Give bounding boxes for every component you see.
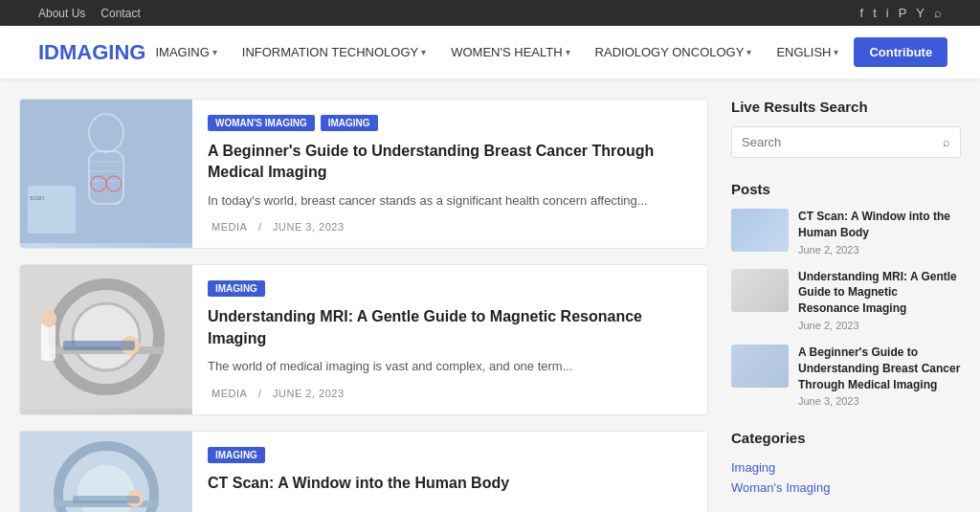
- posts-section: Posts CT Scan: A Window into the Human B…: [731, 181, 961, 407]
- article-excerpt: In today's world, breast cancer stands a…: [208, 191, 692, 211]
- svg-point-17: [41, 310, 56, 327]
- youtube-icon[interactable]: Y: [916, 6, 924, 20]
- article-date: JUNE 3, 2023: [273, 221, 344, 233]
- post-date: June 2, 2023: [798, 320, 961, 331]
- article-thumbnail: [20, 265, 192, 413]
- svg-rect-15: [63, 341, 135, 350]
- main-nav: IMAGING ▾ INFORMATION TECHNOLOGY ▾ WOMEN…: [145, 37, 947, 67]
- tag-imaging[interactable]: IMAGING: [208, 447, 265, 463]
- post-item: CT Scan: A Window into the Human Body Ju…: [731, 209, 961, 256]
- nav-imaging[interactable]: IMAGING ▾: [145, 39, 226, 65]
- nav-english[interactable]: ENGLISH ▾: [767, 39, 848, 65]
- category-item[interactable]: Woman's Imaging: [731, 478, 961, 498]
- tag-imaging[interactable]: IMAGING: [321, 115, 378, 131]
- article-card: IMAGING Understanding MRI: A Gentle Guid…: [19, 264, 708, 414]
- ct-illustration: [20, 432, 192, 512]
- posts-title: Posts: [731, 181, 961, 197]
- top-bar-links: About Us Contact: [38, 7, 141, 20]
- contact-link[interactable]: Contact: [100, 7, 140, 20]
- article-title[interactable]: CT Scan: A Window into the Human Body: [208, 473, 692, 494]
- chevron-down-icon: ▾: [746, 47, 751, 57]
- sidebar: Live Results Search ⌕ Posts CT Scan: A W…: [731, 99, 961, 512]
- search-input[interactable]: [732, 127, 933, 157]
- twitter-icon[interactable]: t: [873, 6, 877, 20]
- logo-suffix: MAGING: [59, 40, 145, 64]
- post-date: June 3, 2023: [798, 395, 961, 407]
- categories-list: Imaging Woman's Imaging: [731, 457, 961, 498]
- search-button[interactable]: ⌕: [933, 127, 960, 157]
- post-title[interactable]: Understanding MRI: A Gentle Guide to Mag…: [798, 269, 961, 317]
- tag-row: IMAGING: [208, 447, 692, 463]
- meta-separator: /: [258, 388, 265, 399]
- post-item: Understanding MRI: A Gentle Guide to Mag…: [731, 269, 961, 331]
- svg-text:scan: scan: [30, 194, 44, 201]
- article-author: MEDIA: [212, 388, 247, 399]
- pinterest-icon[interactable]: P: [899, 6, 907, 20]
- post-item: A Beginner's Guide to Understanding Brea…: [731, 345, 961, 407]
- post-info: Understanding MRI: A Gentle Guide to Mag…: [798, 269, 961, 331]
- nav-womens-health[interactable]: WOMEN'S HEALTH ▾: [441, 39, 579, 65]
- contribute-button[interactable]: Contribute: [854, 37, 947, 67]
- svg-rect-16: [41, 323, 56, 361]
- article-excerpt: The world of medical imaging is vast and…: [208, 357, 692, 376]
- tag-row: IMAGING: [208, 280, 692, 297]
- post-title[interactable]: CT Scan: A Window into the Human Body: [798, 209, 961, 241]
- post-thumbnail: [731, 345, 789, 388]
- article-author: MEDIA: [212, 221, 247, 233]
- chevron-down-icon: ▾: [212, 47, 217, 57]
- category-item[interactable]: Imaging: [731, 457, 961, 478]
- facebook-icon[interactable]: f: [860, 6, 864, 20]
- mri-illustration: [20, 265, 192, 409]
- article-meta: MEDIA / JUNE 2, 2023: [208, 388, 692, 399]
- article-title[interactable]: Understanding MRI: A Gentle Guide to Mag…: [208, 306, 692, 349]
- instagram-icon[interactable]: i: [886, 6, 889, 20]
- tag-row: WOMAN'S IMAGING IMAGING: [208, 115, 692, 131]
- svg-rect-23: [73, 496, 140, 503]
- chevron-down-icon: ▾: [566, 47, 570, 57]
- article-card: IMAGING CT Scan: A Window into the Human…: [19, 431, 708, 512]
- top-bar-socials: f t i P Y ⌕: [860, 6, 942, 20]
- post-date: June 2, 2023: [798, 244, 961, 256]
- main-layout: scan WOMAN'S IMAGING IMAGING A Beginner'…: [0, 79, 980, 512]
- article-list: scan WOMAN'S IMAGING IMAGING A Beginner'…: [19, 99, 708, 512]
- article-body: IMAGING Understanding MRI: A Gentle Guid…: [192, 265, 707, 413]
- post-info: A Beginner's Guide to Understanding Brea…: [798, 345, 961, 407]
- live-search-section: Live Results Search ⌕: [731, 99, 961, 158]
- tag-womans-imaging[interactable]: WOMAN'S IMAGING: [208, 115, 315, 131]
- header: IDMAGING IMAGING ▾ INFORMATION TECHNOLOG…: [0, 26, 980, 79]
- post-thumbnail: [731, 209, 789, 252]
- categories-title: Categories: [731, 430, 961, 446]
- logo[interactable]: IDMAGING: [38, 40, 145, 65]
- top-bar: About Us Contact f t i P Y ⌕: [0, 0, 980, 26]
- post-title[interactable]: A Beginner's Guide to Understanding Brea…: [798, 345, 961, 392]
- tag-imaging[interactable]: IMAGING: [208, 280, 265, 297]
- article-meta: MEDIA / JUNE 3, 2023: [208, 221, 692, 233]
- live-search-title: Live Results Search: [731, 99, 961, 115]
- search-box: ⌕: [731, 126, 961, 158]
- article-body: WOMAN'S IMAGING IMAGING A Beginner's Gui…: [192, 100, 707, 248]
- chevron-down-icon: ▾: [421, 47, 426, 57]
- post-thumbnail: [731, 269, 789, 312]
- post-list: CT Scan: A Window into the Human Body Ju…: [731, 209, 961, 407]
- meta-separator: /: [258, 221, 265, 233]
- article-thumbnail: [20, 432, 192, 512]
- post-info: CT Scan: A Window into the Human Body Ju…: [798, 209, 961, 256]
- article-body: IMAGING CT Scan: A Window into the Human…: [192, 432, 707, 512]
- nav-information-technology[interactable]: INFORMATION TECHNOLOGY ▾: [233, 39, 435, 65]
- search-icon[interactable]: ⌕: [934, 6, 942, 20]
- svg-rect-8: [28, 186, 76, 234]
- article-title[interactable]: A Beginner's Guide to Understanding Brea…: [208, 141, 692, 184]
- chevron-down-icon: ▾: [834, 47, 838, 57]
- article-thumbnail: scan: [20, 100, 192, 248]
- body-illustration: scan: [20, 100, 192, 243]
- article-card: scan WOMAN'S IMAGING IMAGING A Beginner'…: [19, 99, 708, 249]
- logo-prefix: ID: [38, 40, 59, 64]
- nav-radiology-oncology[interactable]: RADIOLOGY ONCOLOGY ▾: [586, 39, 762, 65]
- about-us-link[interactable]: About Us: [38, 7, 85, 20]
- article-date: JUNE 2, 2023: [273, 388, 344, 399]
- categories-section: Categories Imaging Woman's Imaging: [731, 430, 961, 498]
